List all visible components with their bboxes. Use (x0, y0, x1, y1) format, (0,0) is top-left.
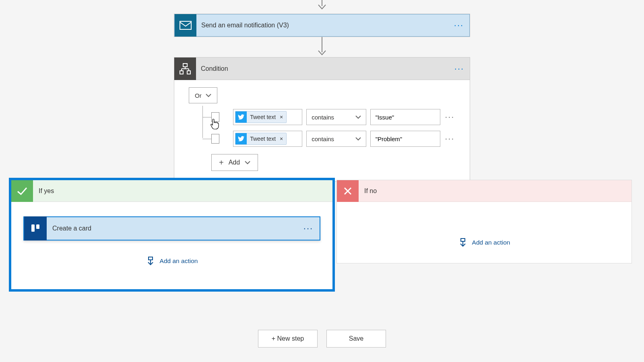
svg-rect-15 (461, 239, 465, 241)
svg-rect-9 (31, 224, 35, 232)
condition-operator-2[interactable]: contains (306, 131, 366, 147)
condition-row: Tweet text × contains ··· (211, 131, 455, 147)
condition-tree: Tweet text × contains ··· (202, 109, 455, 147)
condition-logic-label: Or (195, 92, 202, 99)
row-checkbox[interactable] (211, 134, 219, 144)
action-create-card-title: Create a card (47, 225, 297, 232)
mail-icon (175, 14, 196, 37)
branch-no-header[interactable]: If no (337, 180, 632, 202)
svg-rect-11 (149, 257, 153, 260)
condition-add-button[interactable]: + Add (211, 154, 258, 171)
twitter-token-chip[interactable]: Tweet text × (235, 133, 287, 145)
add-action-label: Add an action (472, 239, 510, 246)
add-action-label: Add an action (160, 257, 198, 265)
branch-no-add-action[interactable]: Add an action (337, 202, 632, 263)
twitter-icon (235, 133, 247, 144)
svg-rect-7 (187, 71, 190, 74)
close-icon (337, 180, 359, 202)
action-create-card[interactable]: Create a card ··· (23, 216, 320, 241)
step-condition-title: Condition (196, 65, 449, 72)
arrow-down-icon (318, 4, 326, 10)
step-email-card[interactable]: Send an email notification (V3) ··· (174, 14, 470, 37)
branch-if-yes: If yes Create a card ··· (9, 178, 335, 292)
condition-value-2[interactable] (370, 131, 440, 147)
condition-row: Tweet text × contains ··· (211, 109, 455, 125)
condition-operator-1[interactable]: contains (306, 109, 366, 125)
trello-icon (24, 216, 47, 241)
step-email-title: Send an email notification (V3) (196, 22, 448, 29)
condition-body: Or Tweet text × (174, 80, 470, 181)
branch-yes-header[interactable]: If yes (11, 180, 332, 202)
branch-yes-add-action[interactable]: Add an action (23, 257, 320, 265)
twitter-token-label: Tweet text (250, 136, 276, 142)
plus-icon: + (219, 158, 224, 167)
action-create-card-menu[interactable]: ··· (297, 223, 320, 234)
check-icon (11, 180, 33, 202)
condition-add-label: Add (229, 159, 240, 166)
arrow-down-icon (318, 50, 326, 56)
footer-buttons: + New step Save (0, 330, 644, 348)
twitter-icon (235, 111, 247, 123)
row-menu[interactable]: ··· (444, 134, 455, 144)
step-condition-menu[interactable]: ··· (449, 64, 470, 74)
step-email-menu[interactable]: ··· (448, 20, 469, 31)
condition-icon (174, 58, 196, 80)
condition-value-1[interactable] (370, 109, 440, 125)
svg-rect-6 (180, 71, 183, 74)
branch-yes-title: If yes (33, 187, 54, 195)
chip-remove-icon[interactable]: × (280, 114, 283, 120)
new-step-button[interactable]: + New step (258, 330, 318, 348)
flow-canvas: Send an email notification (V3) ··· Cond… (0, 0, 644, 362)
twitter-token-label: Tweet text (250, 114, 276, 120)
condition-logic-dropdown[interactable]: Or (189, 87, 217, 103)
svg-rect-10 (36, 224, 39, 229)
branch-if-no: If no Add an action (336, 180, 632, 263)
row-checkbox[interactable] (211, 112, 219, 122)
svg-rect-1 (183, 64, 187, 67)
condition-field-2[interactable]: Tweet text × (233, 131, 302, 147)
branch-no-title: If no (359, 187, 377, 195)
condition-operator-label: contains (312, 136, 334, 142)
condition-operator-label: contains (312, 114, 334, 121)
twitter-token-chip[interactable]: Tweet text × (235, 111, 287, 123)
svg-rect-0 (180, 21, 191, 29)
row-menu[interactable]: ··· (444, 112, 455, 122)
save-button[interactable]: Save (326, 330, 386, 348)
chip-remove-icon[interactable]: × (280, 136, 283, 142)
condition-field-1[interactable]: Tweet text × (233, 109, 302, 125)
step-condition-card[interactable]: Condition ··· Or Tweet text (174, 57, 470, 182)
